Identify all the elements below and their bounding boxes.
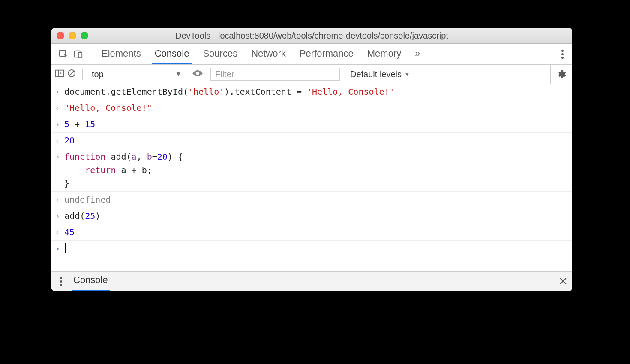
device-toolbar-icon[interactable]: [74, 49, 83, 59]
svg-rect-3: [56, 70, 63, 76]
svg-rect-2: [78, 52, 82, 58]
log-levels-select[interactable]: Default levels ▼: [350, 69, 410, 79]
inspect-element-icon[interactable]: [58, 49, 69, 59]
console-row-content: document.getElementById('hello').textCon…: [64, 85, 395, 98]
console-output-row: ‹·"Hello, Console!": [51, 100, 572, 116]
context-selector-label: top: [92, 69, 104, 79]
panel-tabs: Elements Console Sources Network Perform…: [101, 45, 420, 64]
output-marker-icon: ‹·: [55, 193, 64, 206]
console-input-row: ›add(25): [51, 208, 572, 224]
tab-sources[interactable]: Sources: [202, 45, 238, 64]
input-marker-icon: ›: [55, 85, 64, 98]
window-controls: [57, 32, 88, 39]
console-output-row: ‹·undefined: [51, 192, 572, 208]
console-row-content: 5 + 15: [64, 118, 95, 131]
console-output-row: ‹·45: [51, 224, 572, 241]
toolbar-separator: [551, 48, 551, 60]
clear-console-icon[interactable]: [67, 69, 76, 80]
console-row-content: 20: [64, 134, 75, 147]
svg-point-8: [196, 72, 199, 75]
minimize-window-button[interactable]: [69, 32, 76, 39]
console-input-row: ›5 + 15: [51, 116, 572, 133]
output-marker-icon: ‹·: [55, 101, 64, 115]
output-marker-icon: ‹·: [55, 226, 64, 239]
console-prompt-input[interactable]: [64, 242, 66, 255]
drawer-tab-console[interactable]: Console: [72, 272, 110, 291]
console-row-content: function add(a, b=20) { return a + b; }: [64, 150, 183, 190]
console-output[interactable]: ›document.getElementById('hello').textCo…: [51, 84, 572, 271]
console-input-row: ›document.getElementById('hello').textCo…: [51, 84, 572, 100]
output-marker-icon: ‹·: [55, 134, 64, 147]
svg-line-7: [69, 71, 74, 75]
main-toolbar: Elements Console Sources Network Perform…: [51, 44, 572, 65]
prompt-marker-icon: ›: [55, 242, 64, 255]
tabs-overflow-button[interactable]: »: [414, 45, 419, 64]
log-levels-label: Default levels: [350, 69, 402, 79]
tab-network[interactable]: Network: [250, 45, 287, 64]
console-row-content: 45: [64, 226, 75, 239]
window-title: DevTools - localhost:8080/web/tools/chro…: [51, 31, 572, 41]
filter-input[interactable]: [210, 68, 340, 81]
console-prompt-row[interactable]: ›: [51, 241, 572, 257]
drawer-menu-icon[interactable]: [56, 274, 66, 289]
input-marker-icon: ›: [55, 209, 64, 223]
drawer: Console ✕: [51, 271, 572, 291]
tab-elements[interactable]: Elements: [101, 45, 142, 64]
tab-memory[interactable]: Memory: [366, 45, 402, 64]
zoom-window-button[interactable]: [81, 32, 88, 39]
devtools-window: DevTools - localhost:8080/web/tools/chro…: [51, 28, 572, 291]
console-output-row: ‹·20: [51, 133, 572, 149]
chevron-down-icon: ▼: [175, 70, 182, 78]
tab-console[interactable]: Console: [154, 45, 190, 64]
console-input-row: ›function add(a, b=20) { return a + b; }: [51, 149, 572, 192]
console-filterbar: top ▼ Default levels ▼: [51, 65, 572, 84]
settings-menu-icon[interactable]: [557, 47, 568, 61]
close-drawer-icon[interactable]: ✕: [558, 275, 568, 288]
console-row-content: add(25): [64, 209, 100, 223]
toggle-sidebar-icon[interactable]: [55, 69, 64, 80]
tab-performance[interactable]: Performance: [299, 45, 354, 64]
toolbar-separator: [92, 48, 92, 60]
input-marker-icon: ›: [55, 150, 64, 164]
live-expression-icon[interactable]: [192, 69, 204, 80]
titlebar: DevTools - localhost:8080/web/tools/chro…: [51, 28, 572, 44]
toolbar-separator: [82, 69, 83, 80]
console-row-content: undefined: [64, 193, 111, 206]
console-settings-icon[interactable]: [550, 65, 569, 84]
close-window-button[interactable]: [57, 32, 64, 39]
input-marker-icon: ›: [55, 118, 64, 131]
chevron-down-icon: ▼: [404, 71, 410, 78]
context-selector[interactable]: top ▼: [89, 68, 185, 81]
svg-marker-5: [60, 72, 62, 75]
console-row-content: "Hello, Console!": [64, 101, 152, 115]
